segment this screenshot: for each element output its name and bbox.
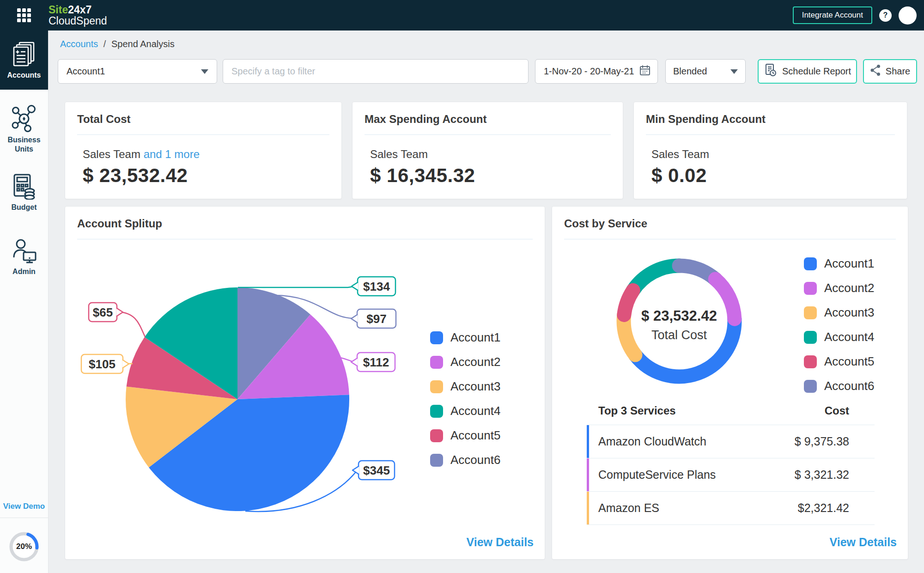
pie-callout-account3: $105 — [81, 354, 129, 373]
legend-swatch — [430, 331, 443, 344]
sidebar-divider — [0, 518, 48, 518]
dropdown-arrow-icon — [201, 69, 208, 74]
app-grid-icon[interactable] — [17, 8, 31, 22]
legend-swatch — [430, 429, 443, 442]
date-range-picker[interactable]: 1-Nov-20 - 20-May-21 — [535, 59, 658, 84]
legend-item-account5[interactable]: Account5 — [430, 428, 500, 443]
stat-more-link[interactable]: and 1 more — [144, 148, 200, 160]
breadcrumb-current: Spend Analysis — [111, 39, 175, 49]
chart-cards-row: Account Splitup $97$112$345$105$65$134 A… — [65, 206, 917, 560]
donut-center-label: Total Cost — [651, 328, 707, 342]
service-name: Amazon ES — [598, 501, 659, 515]
legend-label: Account2 — [450, 355, 500, 369]
legend-swatch — [430, 454, 443, 467]
tag-filter-field — [223, 59, 529, 84]
account-select[interactable]: Account1 — [58, 59, 217, 84]
schedule-report-button[interactable]: Schedule Report — [758, 59, 857, 84]
tag-filter-input[interactable] — [223, 66, 528, 77]
splitup-view-details-link[interactable]: View Details — [467, 536, 534, 549]
pie-legend: Account1Account2Account3Account4Account5… — [430, 330, 500, 467]
legend-item-account2[interactable]: Account2 — [430, 355, 500, 369]
legend-label: Account4 — [450, 404, 500, 418]
breadcrumb-accounts-link[interactable]: Accounts — [60, 39, 98, 49]
legend-label: Account6 — [450, 453, 500, 467]
main-content: Accounts / Spend Analysis Account1 1-Nov… — [49, 30, 924, 573]
top-services-header: Top 3 Services Cost — [587, 404, 875, 425]
card-divider — [365, 134, 611, 135]
donut-arc-account4[interactable] — [633, 266, 679, 290]
filter-bar: Account1 1-Nov-20 - 20-May-21 — [58, 59, 917, 84]
service-cost: $ 9,375.38 — [795, 435, 849, 448]
card-title: Total Cost — [65, 102, 341, 126]
legend-item-account3[interactable]: Account3 — [804, 305, 874, 320]
sidebar: Accounts Business Units — [0, 30, 49, 573]
legend-swatch — [430, 405, 443, 418]
sidebar-item-accounts[interactable]: Accounts — [0, 30, 48, 90]
admin-icon — [11, 238, 37, 264]
donut-legend: Account1Account2Account3Account4Account5… — [804, 256, 874, 393]
legend-item-account5[interactable]: Account5 — [804, 354, 874, 369]
cloudspend-app: Site24x7 CloudSpend Integrate Account ? — [0, 0, 924, 573]
legend-item-account1[interactable]: Account1 — [804, 256, 874, 271]
legend-item-account6[interactable]: Account6 — [430, 453, 500, 467]
max-spending-card: Max Spending Account Sales Team $ 16,345… — [352, 102, 623, 199]
service-row[interactable]: ComputeService Plans$ 3,321.32 — [587, 458, 875, 491]
share-button[interactable]: Share — [863, 59, 917, 84]
total-cost-card: Total Cost Sales Team and 1 more $ 23,53… — [65, 102, 342, 199]
costsvc-view-details-link[interactable]: View Details — [830, 536, 897, 549]
legend-swatch — [430, 380, 443, 393]
pie-callout-value: $112 — [363, 355, 389, 369]
min-spending-card: Min Spending Account Sales Team $ 0.02 — [633, 102, 907, 199]
usage-progress-ring[interactable]: 20% — [9, 532, 39, 561]
service-name: ComputeService Plans — [598, 468, 716, 482]
sidebar-item-label: Business Units — [0, 135, 48, 154]
donut-arc-account5[interactable] — [624, 290, 633, 315]
stat-value: $ 23,532.42 — [83, 165, 341, 187]
account-splitup-pie-chart: $97$112$345$105$65$134 — [65, 239, 416, 535]
cost-by-service-card: Cost by Service $ 23,532.42 Total Cost A… — [552, 206, 908, 560]
logo-cloudspend: CloudSpend — [49, 15, 107, 26]
cost-type-value: Blended — [673, 66, 707, 77]
legend-item-account2[interactable]: Account2 — [804, 281, 874, 295]
legend-item-account3[interactable]: Account3 — [430, 379, 500, 394]
avatar[interactable] — [899, 6, 917, 24]
logo-site: Site — [49, 4, 68, 16]
donut-arc-account1[interactable] — [635, 319, 735, 377]
legend-item-account6[interactable]: Account6 — [804, 379, 874, 393]
legend-item-account1[interactable]: Account1 — [430, 330, 500, 345]
stat-value: $ 16,345.32 — [370, 165, 623, 187]
view-demo-link[interactable]: View Demo — [0, 496, 48, 518]
legend-item-account4[interactable]: Account4 — [430, 404, 500, 418]
legend-label: Account3 — [824, 305, 874, 320]
legend-label: Account1 — [824, 256, 874, 271]
card-title: Cost by Service — [552, 207, 908, 230]
pie-callout-line — [238, 286, 356, 287]
service-row[interactable]: Amazon CloudWatch$ 9,375.38 — [587, 425, 875, 458]
budget-icon — [11, 173, 37, 200]
breadcrumb: Accounts / Spend Analysis — [60, 39, 917, 49]
cost-type-select[interactable]: Blended — [665, 59, 746, 84]
pie-callout-account1: $345 — [353, 461, 395, 480]
legend-swatch — [804, 257, 817, 270]
donut-arc-account2[interactable] — [715, 279, 735, 319]
sidebar-item-admin[interactable]: Admin — [0, 236, 48, 278]
legend-label: Account3 — [450, 379, 500, 394]
help-icon[interactable]: ? — [879, 9, 892, 22]
dropdown-arrow-icon — [730, 69, 738, 74]
sidebar-item-budget[interactable]: Budget — [0, 171, 48, 213]
pie-callout-account6: $97 — [351, 309, 396, 328]
account-splitup-card: Account Splitup $97$112$345$105$65$134 A… — [65, 206, 545, 560]
logo-24x7: 24x7 — [68, 4, 91, 16]
service-color-bar — [587, 425, 589, 458]
date-range-value: 1-Nov-20 - 20-May-21 — [544, 66, 634, 77]
progress-percent: 20% — [9, 532, 39, 561]
sidebar-item-business-units[interactable]: Business Units — [0, 101, 48, 156]
legend-swatch — [804, 380, 817, 393]
pie-callout-account5: $65 — [89, 303, 123, 322]
sidebar-item-label: Budget — [11, 203, 36, 212]
service-row[interactable]: Amazon ES$2,321.42 — [587, 491, 875, 524]
integrate-account-button[interactable]: Integrate Account — [793, 6, 872, 24]
legend-item-account4[interactable]: Account4 — [804, 330, 874, 344]
calendar-icon — [639, 64, 651, 79]
pie-callout-account2: $112 — [351, 353, 395, 372]
